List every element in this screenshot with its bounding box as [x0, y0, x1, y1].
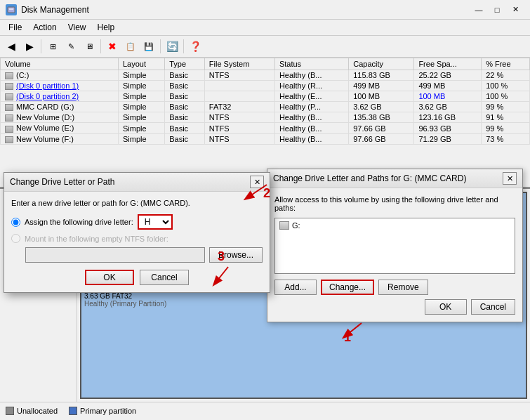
assign-letter-row: Assign the following drive letter: H I J… — [11, 214, 263, 230]
cell-capacity: 115.83 GB — [349, 70, 414, 81]
col-status[interactable]: Status — [274, 58, 348, 70]
disk-table: Volume Layout Type File System Status Ca… — [0, 58, 530, 145]
cell-capacity: 97.66 GB — [349, 133, 414, 144]
legend-unallocated: Unallocated — [6, 407, 58, 415]
toolbar-refresh[interactable]: 🔄 — [164, 38, 180, 55]
remove-button[interactable]: Remove — [378, 280, 428, 295]
maximize-button[interactable]: □ — [488, 2, 506, 18]
dialog-bg-cancel[interactable]: Cancel — [471, 299, 515, 315]
table-row[interactable]: MMC CARD (G:) Simple Basic FAT32 Healthy… — [1, 102, 530, 112]
legend-primary: Primary partition — [69, 407, 136, 415]
cell-type: Basic — [165, 81, 205, 91]
table-row[interactable]: (Disk 0 partition 1) Simple Basic Health… — [1, 81, 530, 91]
cell-layout: Simple — [118, 91, 164, 102]
cell-pct: 100 % — [482, 91, 530, 102]
paths-item[interactable]: G: — [277, 220, 513, 231]
forward-button[interactable]: ▶ — [21, 38, 38, 55]
cell-free: 25.22 GB — [414, 70, 482, 81]
paths-item-label: G: — [292, 221, 300, 230]
dialog-bg-close[interactable]: ✕ — [503, 172, 517, 185]
toolbar-save[interactable]: 💾 — [140, 38, 157, 55]
dialog-bg-bottom-buttons: OK Cancel — [274, 299, 515, 315]
cell-layout: Simple — [118, 112, 164, 123]
cell-free: 123.16 GB — [414, 112, 482, 123]
menu-action[interactable]: Action — [27, 21, 62, 34]
menu-help[interactable]: Help — [92, 21, 121, 34]
cell-pct: 99 % — [482, 123, 530, 133]
toolbar-delete[interactable]: ✖ — [104, 38, 121, 55]
table-row[interactable]: New Volume (F:) Simple Basic NTFS Health… — [1, 133, 530, 144]
col-filesystem[interactable]: File System — [204, 58, 274, 70]
cell-status: Healthy (B... — [274, 133, 348, 144]
cell-free: 100 MB — [414, 91, 482, 102]
add-button[interactable]: Add... — [274, 280, 317, 295]
dialog-bg-ok[interactable]: OK — [425, 299, 467, 315]
window-controls: — □ ✕ — [470, 2, 524, 18]
back-button[interactable]: ◀ — [3, 38, 20, 55]
col-freespace[interactable]: Free Spa... — [414, 58, 482, 70]
cell-capacity: 135.38 GB — [349, 112, 414, 123]
drive-letter-select[interactable]: H I J K — [138, 214, 173, 230]
table-row[interactable]: New Volume (D:) Simple Basic NTFS Health… — [1, 112, 530, 123]
cell-status: Healthy (R... — [274, 81, 348, 91]
table-row[interactable]: New Volume (E:) Simple Basic NTFS Health… — [1, 123, 530, 133]
dialog-fg-title: Change Drive Letter or Path — [10, 177, 114, 187]
cell-pct: 100 % — [482, 81, 530, 91]
mount-label-text: Mount in the following empty NTFS folder… — [25, 235, 168, 243]
cell-volume: (Disk 0 partition 2) — [1, 91, 119, 102]
folder-path-row: Browse... — [25, 247, 263, 263]
col-pctfree[interactable]: % Free — [482, 58, 530, 70]
cell-capacity: 100 MB — [349, 91, 414, 102]
col-layout[interactable]: Layout — [118, 58, 164, 70]
unallocated-label: Unallocated — [17, 407, 58, 415]
title-bar: Disk Management — □ ✕ — [0, 0, 530, 20]
cell-fs: NTFS — [204, 112, 274, 123]
dialog-fg-close[interactable]: ✕ — [250, 176, 264, 188]
cell-capacity: 97.66 GB — [349, 123, 414, 133]
cell-layout: Simple — [118, 102, 164, 112]
toolbar: ◀ ▶ ⊞ ✎ 🖥 ✖ 📋 💾 🔄 ❓ — [0, 36, 530, 58]
svg-rect-1 — [9, 8, 13, 10]
cell-pct: 73 % — [482, 133, 530, 144]
menu-file[interactable]: File — [3, 21, 27, 34]
dialog-bg-content: Allow access to this volume by using the… — [267, 188, 522, 322]
toolbar-btn5[interactable]: 🖥 — [81, 38, 98, 55]
col-capacity[interactable]: Capacity — [349, 58, 414, 70]
table-row[interactable]: (Disk 0 partition 2) Simple Basic Health… — [1, 91, 530, 102]
dialog-bg-titlebar: Change Drive Letter and Paths for G: (MM… — [267, 169, 522, 188]
cell-free: 3.62 GB — [414, 102, 482, 112]
toolbar-help[interactable]: ❓ — [187, 38, 204, 55]
dialog-fg-cancel[interactable]: Cancel — [140, 270, 189, 285]
cell-type: Basic — [165, 112, 205, 123]
toolbar-btn4[interactable]: ✎ — [62, 38, 79, 55]
dialog-fg-buttons: OK Cancel — [11, 270, 263, 285]
cell-fs: NTFS — [204, 70, 274, 81]
table-row[interactable]: (C:) Simple Basic NTFS Healthy (B... 115… — [1, 70, 530, 81]
primary-label: Primary partition — [80, 407, 136, 415]
dialog-fg-titlebar: Change Drive Letter or Path ✕ — [4, 173, 270, 192]
radio-mount-label: Mount in the following empty NTFS folder… — [25, 235, 168, 243]
cell-volume: New Volume (D:) — [1, 112, 119, 123]
radio-assign[interactable] — [11, 218, 20, 227]
radio-mount[interactable] — [11, 234, 20, 243]
toolbar-btn3[interactable]: ⊞ — [44, 38, 61, 55]
cell-status: Healthy (B... — [274, 123, 348, 133]
menu-view[interactable]: View — [62, 21, 92, 34]
cell-layout: Simple — [118, 81, 164, 91]
cell-fs — [204, 81, 274, 91]
change-button[interactable]: Change... — [321, 280, 374, 295]
dialog-change-letter: Change Drive Letter or Path ✕ Enter a ne… — [4, 172, 270, 293]
assign-label-text: Assign the following drive letter: — [25, 218, 133, 226]
dialog-bg-title: Change Drive Letter and Paths for G: (MM… — [273, 173, 466, 183]
close-button[interactable]: ✕ — [506, 2, 524, 18]
dialog-fg-ok[interactable]: OK — [85, 270, 134, 285]
toolbar-copy[interactable]: 📋 — [122, 38, 139, 55]
col-type[interactable]: Type — [165, 58, 205, 70]
dialog-bg-action-buttons: Add... Change... Remove — [274, 280, 515, 295]
col-volume[interactable]: Volume — [1, 58, 119, 70]
cell-status: Healthy (B... — [274, 70, 348, 81]
cell-volume: New Volume (E:) — [1, 123, 119, 133]
unallocated-box — [6, 407, 14, 415]
dialog-bg-desc: Allow access to this volume by using the… — [274, 195, 515, 212]
minimize-button[interactable]: — — [470, 2, 488, 18]
